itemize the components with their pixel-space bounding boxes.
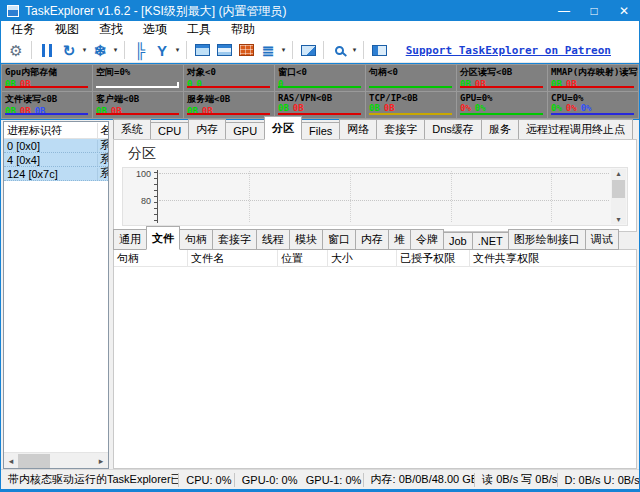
y-axis-line xyxy=(157,170,158,223)
column-header-share-access[interactable]: 文件共享权限 xyxy=(470,250,636,266)
process-row[interactable]: 4 [0x4]系统 xyxy=(4,153,108,167)
tab-threads[interactable]: 线程 xyxy=(256,229,290,250)
tab-partitions[interactable]: 分区 xyxy=(264,116,302,140)
panel-server[interactable]: 服务端<0B0B0B xyxy=(184,92,274,118)
main-area: 进程标识符 名称 0 [0x0]系统 4 [0x4]系统 124 [0x7c]系… xyxy=(3,121,637,469)
system-monitor-icon[interactable] xyxy=(297,39,319,61)
menu-item-find[interactable]: 查找 xyxy=(89,21,133,38)
tab-job[interactable]: Job xyxy=(443,232,473,250)
process-list-header: 进程标识符 名称 xyxy=(4,122,108,139)
tab-dotnet[interactable]: .NET xyxy=(472,232,509,250)
tab-general[interactable]: 通用 xyxy=(113,229,147,250)
tab-heap[interactable]: 堆 xyxy=(388,229,411,250)
run-window-icon[interactable] xyxy=(191,39,213,61)
column-header-pid[interactable]: 进程标识符 xyxy=(4,123,98,138)
status-gpu0: GPU-0: 0% xyxy=(235,474,299,486)
menu-item-task[interactable]: 任务 xyxy=(1,21,45,38)
tab-network[interactable]: 网络 xyxy=(339,119,377,140)
panel-partition-io[interactable]: 分区读写<0B0B0B xyxy=(457,65,547,91)
column-header-name[interactable]: 名称 xyxy=(98,123,108,138)
minimize-button[interactable]: — xyxy=(549,1,579,21)
toolbar: ⚙ ↻ ▾ ❄ ▾ ╠ Y ▾ ≣ ▾ ▾ Support TaskExplor… xyxy=(1,38,639,63)
maximize-button[interactable]: □ xyxy=(579,1,609,21)
process-tree-icon[interactable]: ╠ xyxy=(129,39,151,61)
horizontal-scrollbar[interactable]: ◂ ▸ xyxy=(4,452,108,468)
tab-services[interactable]: 服务 xyxy=(481,119,519,140)
scroll-down-icon[interactable]: ▾ xyxy=(616,215,620,224)
search-dropdown-icon[interactable]: ▾ xyxy=(350,46,359,54)
performance-panels: Gpu内部存储0B0B 空间=0% 对象<000 窗口<00 句柄<0 分区读写… xyxy=(1,63,639,120)
stack-list-icon[interactable]: ≣ xyxy=(257,39,279,61)
scrollbar-thumb[interactable] xyxy=(18,454,50,468)
column-header-granted-access[interactable]: 已授予权限 xyxy=(397,250,470,266)
column-header-filename[interactable]: 文件名 xyxy=(188,250,278,266)
panel-gpu[interactable]: GPU=0%0%0% xyxy=(457,92,547,118)
menu-item-help[interactable]: 帮助 xyxy=(221,21,265,38)
pause-icon[interactable] xyxy=(36,39,58,61)
tab-rpc-endpoints[interactable]: 远程过程调用终止点 xyxy=(518,119,633,140)
firewall-icon[interactable] xyxy=(235,39,257,61)
filter-dropdown-icon[interactable]: ▾ xyxy=(173,46,182,54)
search-icon[interactable] xyxy=(328,39,350,61)
tab-gpu[interactable]: GPU xyxy=(225,122,265,140)
panel-client[interactable]: 客户端<0B0B0B xyxy=(93,92,183,118)
scroll-up-icon[interactable]: ▴ xyxy=(616,169,620,178)
refresh-icon[interactable]: ↻ xyxy=(58,39,80,61)
file-table-body[interactable] xyxy=(114,267,636,468)
statusbar: 带内核态驱动运行的TaskExplorer已就绪... CPU: 0% GPU-… xyxy=(1,469,639,491)
filter-icon[interactable]: Y xyxy=(151,39,173,61)
patreon-link[interactable]: Support TaskExplorer on Patreon xyxy=(406,44,611,57)
tab-windows[interactable]: 窗口 xyxy=(322,229,356,250)
vertical-scrollbar[interactable]: ▴ ▾ xyxy=(611,169,626,224)
menu-item-view[interactable]: 视图 xyxy=(45,21,89,38)
tab-handles[interactable]: 句柄 xyxy=(179,229,213,250)
scroll-left-icon[interactable]: ◂ xyxy=(4,456,18,466)
tab-system[interactable]: 系统 xyxy=(113,119,151,140)
refresh-dropdown-icon[interactable]: ▾ xyxy=(80,46,89,54)
side-panel-icon[interactable] xyxy=(368,39,390,61)
freeze-snowflake-icon[interactable]: ❄ xyxy=(89,39,111,61)
panel-cpu[interactable]: CPU=0%0%0%0% xyxy=(548,92,638,118)
tab-dns-cache[interactable]: Dns缓存 xyxy=(424,119,482,140)
partition-chart-panel: 分区 100 80 ▴ ▾ xyxy=(113,139,637,232)
close-button[interactable]: ✕ xyxy=(609,1,639,21)
panel-gpu-memory[interactable]: Gpu内部存储0B0B xyxy=(2,65,92,91)
settings-gears-icon[interactable]: ⚙ xyxy=(5,39,27,61)
process-row[interactable]: 0 [0x0]系统 xyxy=(4,139,108,153)
menu-item-tools[interactable]: 工具 xyxy=(177,21,221,38)
panel-handles[interactable]: 句柄<0 xyxy=(366,65,456,91)
tab-sockets-detail[interactable]: 套接字 xyxy=(212,229,257,250)
window-list-icon[interactable] xyxy=(213,39,235,61)
panel-file-io[interactable]: 文件读写<0B0B0B0B xyxy=(2,92,92,118)
stack-list-dropdown-icon[interactable]: ▾ xyxy=(279,46,288,54)
menu-item-options[interactable]: 选项 xyxy=(133,21,177,38)
panel-objects[interactable]: 对象<000 xyxy=(184,65,274,91)
column-header-handle[interactable]: 句柄 xyxy=(114,250,188,266)
tab-debug[interactable]: 调试 xyxy=(585,229,619,250)
tab-memory[interactable]: 内存 xyxy=(188,119,226,140)
tab-gdi[interactable]: 图形绘制接口 xyxy=(508,229,586,250)
column-header-size[interactable]: 大小 xyxy=(328,250,397,266)
column-header-location[interactable]: 位置 xyxy=(278,250,328,266)
partition-chart: 100 80 ▴ ▾ xyxy=(122,167,628,226)
panel-tcp-ip[interactable]: TCP/IP<0B0B0B xyxy=(366,92,456,118)
panel-mmap-io[interactable]: MMAP(内存映射)读写<0B0B0B xyxy=(548,65,638,91)
panel-line xyxy=(96,86,179,88)
toolbar-separator xyxy=(323,41,324,59)
panel-windows[interactable]: 窗口<00 xyxy=(275,65,365,91)
tab-modules[interactable]: 模块 xyxy=(289,229,323,250)
tab-files[interactable]: Files xyxy=(301,122,340,140)
process-row[interactable]: 124 [0x7c]系统 xyxy=(4,167,108,181)
scrollbar-thumb[interactable] xyxy=(612,180,625,198)
tab-cpu[interactable]: CPU xyxy=(150,122,189,140)
panel-ras-vpn[interactable]: RAS/VPN<0B0B0B xyxy=(275,92,365,118)
scroll-right-icon[interactable]: ▸ xyxy=(94,456,108,466)
status-network-io: D: 0B/s U: 0B/s xyxy=(557,474,639,486)
panel-space[interactable]: 空间=0% xyxy=(93,65,183,91)
freeze-dropdown-icon[interactable]: ▾ xyxy=(111,46,120,54)
tab-memory-detail[interactable]: 内存 xyxy=(355,229,389,250)
section-title: 分区 xyxy=(114,140,636,163)
tab-token[interactable]: 令牌 xyxy=(410,229,444,250)
tab-sockets[interactable]: 套接字 xyxy=(376,119,425,140)
tab-file[interactable]: 文件 xyxy=(146,226,180,250)
